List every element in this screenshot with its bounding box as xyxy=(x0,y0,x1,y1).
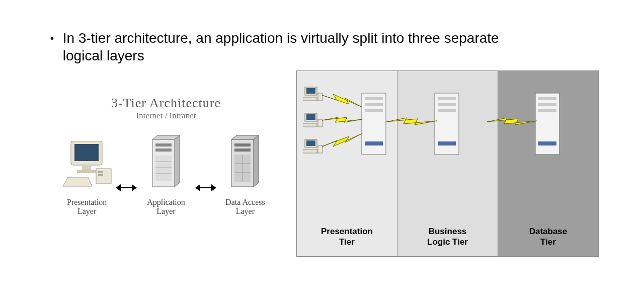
svg-rect-3 xyxy=(77,170,96,173)
svg-marker-45 xyxy=(322,133,362,146)
svg-rect-54 xyxy=(538,109,556,112)
database-tier-col: Database Tier xyxy=(498,70,599,257)
right-diagram: Presentation Tier Business Logic Tier xyxy=(297,70,599,257)
svg-rect-55 xyxy=(538,141,556,145)
svg-rect-35 xyxy=(306,140,315,146)
svg-rect-13 xyxy=(155,156,172,181)
svg-rect-36 xyxy=(303,150,317,153)
left-title-line2: Internet / Intranet xyxy=(58,111,274,121)
svg-rect-41 xyxy=(365,109,383,112)
svg-rect-40 xyxy=(365,103,383,106)
svg-rect-27 xyxy=(306,88,315,94)
svg-rect-48 xyxy=(438,103,456,106)
application-label-2: Layer xyxy=(156,207,175,215)
left-diagram: 3-Tier Architecture Internet / Intranet xyxy=(58,96,274,252)
tier3-label-1: Database xyxy=(529,227,568,236)
svg-marker-7 xyxy=(63,177,92,186)
svg-rect-29 xyxy=(318,93,323,101)
left-diagram-title: 3-Tier Architecture Internet / Intranet xyxy=(58,96,274,121)
svg-marker-18 xyxy=(254,135,259,187)
presentation-tier-col: Presentation Tier xyxy=(296,70,397,257)
lightning-bolt-icon xyxy=(322,90,362,112)
svg-marker-43 xyxy=(322,94,362,107)
svg-rect-28 xyxy=(303,97,317,101)
svg-rect-21 xyxy=(234,149,251,152)
bidirectional-arrow-icon xyxy=(195,184,216,191)
svg-marker-44 xyxy=(322,117,362,122)
svg-rect-33 xyxy=(318,119,323,127)
server-tower-icon xyxy=(433,91,461,159)
client-pc-icon xyxy=(303,112,323,130)
svg-rect-12 xyxy=(155,149,172,152)
svg-rect-20 xyxy=(234,143,251,146)
application-layer-col: Application Layer xyxy=(137,133,195,216)
svg-rect-39 xyxy=(365,97,383,100)
lightning-bolt-icon xyxy=(322,131,362,154)
desktop-pc-icon xyxy=(62,141,112,191)
tier3-label-2: Tier xyxy=(540,237,556,247)
svg-rect-31 xyxy=(306,114,315,120)
server-tower-icon xyxy=(148,133,184,191)
tier1-label-1: Presentation xyxy=(321,227,373,236)
svg-rect-11 xyxy=(155,143,172,146)
svg-marker-9 xyxy=(175,135,180,187)
presentation-label-1: Presentation xyxy=(67,198,107,206)
svg-rect-47 xyxy=(438,97,456,100)
svg-rect-1 xyxy=(74,144,99,161)
svg-rect-37 xyxy=(318,145,323,153)
svg-rect-2 xyxy=(82,165,91,170)
svg-rect-52 xyxy=(538,97,556,100)
application-label-1: Application xyxy=(147,198,185,206)
svg-rect-4 xyxy=(96,169,111,184)
left-title-line1: 3-Tier Architecture xyxy=(58,96,274,111)
server-tower-icon xyxy=(533,91,561,159)
svg-rect-6 xyxy=(98,174,103,176)
server-tower-icon xyxy=(227,133,263,191)
slide-bullet: • In 3-tier architecture, an application… xyxy=(50,29,604,64)
data-access-label-1: Data Access xyxy=(225,198,265,206)
svg-rect-42 xyxy=(365,141,383,145)
lightning-bolt-icon xyxy=(322,115,362,127)
presentation-layer-col: Presentation Layer xyxy=(58,141,116,216)
tier2-label-1: Business xyxy=(429,227,467,236)
client-pc-icon xyxy=(303,86,323,104)
svg-rect-32 xyxy=(303,123,317,127)
tier1-label-2: Tier xyxy=(339,237,355,247)
svg-rect-49 xyxy=(438,109,456,112)
data-access-label-2: Layer xyxy=(236,207,255,215)
svg-rect-5 xyxy=(98,171,103,173)
client-pc-icon xyxy=(303,138,323,157)
data-access-layer-col: Data Access Layer xyxy=(216,133,274,216)
bullet-text: In 3-tier architecture, an application i… xyxy=(63,29,516,64)
business-logic-tier-col: Business Logic Tier xyxy=(397,70,498,257)
presentation-label-2: Layer xyxy=(77,207,96,215)
svg-rect-50 xyxy=(438,141,456,145)
bullet-dot-icon: • xyxy=(50,32,54,45)
bidirectional-arrow-icon xyxy=(116,184,137,191)
server-tower-icon xyxy=(360,91,388,159)
svg-rect-53 xyxy=(538,103,556,106)
tier2-label-2: Logic Tier xyxy=(427,237,468,247)
